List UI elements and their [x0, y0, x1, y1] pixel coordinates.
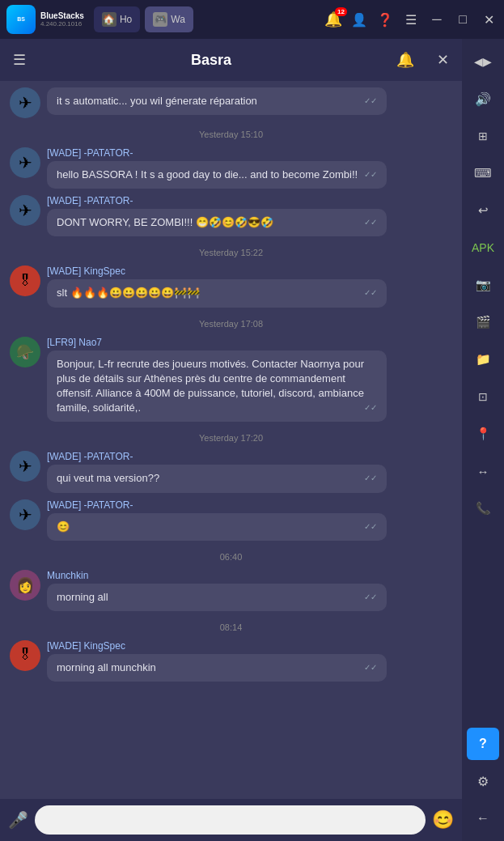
sidebar-files-btn[interactable]: 📁	[467, 343, 499, 376]
message-bubble: DONT WORRY, BE ZOMBI!!! 😁🤣😊🤣😎🤣 ✓✓	[47, 209, 387, 236]
message-bubble: Bonjour, L-fr recrute des joueurs motivé…	[47, 350, 387, 423]
help-icon[interactable]: ❓	[376, 11, 394, 28]
chat-input-bar: 🎤 😊	[0, 799, 462, 841]
message-text: hello BASSORA ! It s a good day to die..…	[57, 168, 358, 181]
message-bubble: it s automatic... you wil génerate répar…	[47, 87, 387, 115]
minimize-icon[interactable]: ─	[428, 11, 446, 28]
avatar: 🪖	[10, 337, 40, 367]
avatar: 🎖	[10, 265, 40, 296]
grid-icon: ⊞	[478, 130, 488, 142]
message-bubble: morning all ✓✓	[47, 584, 387, 611]
message-sender: [LFR9] Nao7	[47, 337, 452, 348]
sidebar-toggle-icon[interactable]: ☰	[13, 51, 26, 69]
tab-home[interactable]: 🏠 Ho	[94, 6, 140, 32]
volume-icon: 🔊	[475, 91, 491, 107]
game-tab-icon: 🎮	[153, 12, 167, 27]
message-content: [WADE] -PATATOR- hello BASSORA ! It s a …	[47, 147, 452, 189]
message-bubble: slt 🔥🔥🔥😀😀😀😀😀🚧🚧 ✓✓	[47, 279, 387, 307]
tab-home-label: Ho	[120, 14, 132, 25]
version-label: 4.240.20.1016	[40, 20, 84, 28]
message-bubble: qui veut ma version?? ✓✓	[47, 465, 387, 492]
message-content: [WADE] -PATATOR- DONT WORRY, BE ZOMBI!!!…	[47, 195, 452, 236]
account-icon[interactable]: 👤	[350, 11, 368, 28]
emoji-picker-icon[interactable]: 😊	[432, 809, 454, 830]
sidebar-arrows-btn[interactable]: ◀▶	[467, 45, 499, 78]
read-tick: ✓✓	[364, 592, 377, 603]
sidebar-keyboard-btn[interactable]: ⌨	[467, 157, 499, 189]
bluestacks-logo: BS	[6, 5, 36, 34]
sidebar-window-btn[interactable]: ⊡	[467, 380, 499, 413]
message-text: slt 🔥🔥🔥😀😀😀😀😀🚧🚧	[57, 287, 200, 299]
home-tab-icon: 🏠	[102, 12, 116, 27]
notification-bell[interactable]: 🔔 12	[324, 11, 342, 28]
record-icon: 🎬	[476, 315, 491, 329]
read-tick: ✓✓	[364, 217, 377, 228]
message-input[interactable]	[35, 805, 426, 835]
sidebar-rotate-btn[interactable]: ↩	[467, 194, 499, 227]
table-row: ✈ [WADE] -PATATOR- qui veut ma version??…	[10, 451, 452, 492]
resize-icon: ↔	[477, 465, 489, 478]
screenshot-icon: 📷	[476, 278, 491, 292]
read-tick: ✓✓	[364, 521, 377, 533]
message-sender: [WADE] -PATATOR-	[47, 451, 452, 462]
message-sender: Munchkin	[47, 570, 452, 581]
sidebar-resize-btn[interactable]: ↔	[467, 455, 499, 487]
apk-icon: APK	[472, 241, 494, 254]
topbar-controls: 🔔 12 👤 ❓ ☰ ─ □ ✕	[324, 11, 498, 28]
sidebar-volume-btn[interactable]: 🔊	[467, 83, 499, 115]
message-text: it s automatic... you wil génerate répar…	[57, 95, 257, 107]
message-text: morning all munchkin	[57, 661, 156, 673]
window-icon: ⊡	[478, 390, 488, 403]
arrows-icon: ◀▶	[474, 55, 492, 68]
sidebar-screenshot-btn[interactable]: 📷	[467, 269, 499, 301]
read-tick: ✓✓	[364, 662, 377, 673]
sidebar-grid-btn[interactable]: ⊞	[467, 120, 499, 152]
chat-header: ☰ Basra 🔔 ✕	[0, 39, 462, 81]
read-tick: ✓✓	[364, 96, 377, 107]
chat-close-icon[interactable]: ✕	[437, 51, 449, 69]
microphone-icon[interactable]: 🎤	[8, 810, 28, 830]
avatar: ✈	[10, 195, 40, 226]
topbar: BS BlueStacks 4.240.20.1016 🏠 Ho 🎮 Wa 🔔 …	[0, 0, 504, 39]
timestamp: Yesterday 15:10	[10, 130, 452, 139]
tab-game[interactable]: 🎮 Wa	[145, 6, 193, 32]
chat-bell-icon[interactable]: 🔔	[396, 51, 414, 69]
message-text: Bonjour, L-fr recrute des joueurs motivé…	[57, 358, 364, 414]
message-sender: [WADE] -PATATOR-	[47, 147, 452, 159]
avatar: 🎖	[10, 640, 40, 671]
sidebar-apk-btn[interactable]: APK	[467, 231, 499, 264]
table-row: ✈ [WADE] -PATATOR- hello BASSORA ! It s …	[10, 147, 452, 189]
sidebar-settings-btn[interactable]: ⚙	[467, 765, 499, 797]
sidebar-location-btn[interactable]: 📍	[467, 418, 499, 450]
notification-badge: 12	[335, 7, 347, 16]
timestamp: Yesterday 15:22	[10, 248, 452, 257]
message-content: [WADE] KingSpec slt 🔥🔥🔥😀😀😀😀😀🚧🚧 ✓✓	[47, 265, 452, 307]
sidebar-help-btn[interactable]: ?	[467, 728, 499, 760]
message-bubble: morning all munchkin ✓✓	[47, 654, 387, 682]
message-sender: [WADE] -PATATOR-	[47, 195, 452, 206]
keyboard-icon: ⌨	[474, 166, 492, 181]
restore-icon[interactable]: □	[454, 11, 472, 28]
message-text: DONT WORRY, BE ZOMBI!!! 😁🤣😊🤣😎🤣	[57, 216, 273, 228]
message-text: qui veut ma version??	[57, 472, 159, 484]
table-row: ✈ [WADE] -PATATOR- 😊 ✓✓	[10, 499, 452, 541]
folder-icon: 📁	[476, 352, 491, 367]
message-text: morning all	[57, 591, 108, 603]
menu-icon[interactable]: ☰	[402, 11, 420, 28]
close-icon[interactable]: ✕	[480, 11, 498, 28]
message-bubble: hello BASSORA ! It s a good day to die..…	[47, 161, 387, 189]
read-tick: ✓✓	[364, 287, 377, 299]
message-content: Munchkin morning all ✓✓	[47, 570, 452, 611]
message-content: it s automatic... you wil génerate répar…	[47, 87, 452, 115]
phone-icon: 📞	[476, 501, 491, 516]
message-content: [WADE] -PATATOR- qui veut ma version?? ✓…	[47, 451, 452, 492]
sidebar-back-btn[interactable]: ←	[467, 802, 499, 835]
timestamp: Yesterday 17:20	[10, 433, 452, 443]
read-tick: ✓✓	[364, 169, 377, 181]
avatar: ✈	[10, 147, 40, 178]
sidebar-phone-btn[interactable]: 📞	[467, 492, 499, 525]
sidebar-record-btn[interactable]: 🎬	[467, 306, 499, 338]
help-circle-icon: ?	[479, 737, 487, 751]
avatar: 👩	[10, 570, 40, 601]
main-layout: ☰ Basra 🔔 ✕ ✈ it s automatic... you wil …	[0, 39, 504, 841]
